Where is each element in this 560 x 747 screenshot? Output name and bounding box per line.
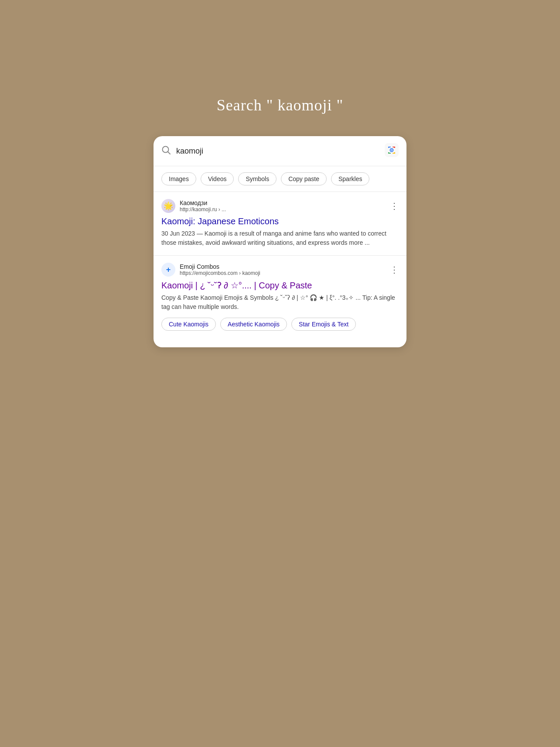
site-name-url-1: Каомодзи http://kaomoji.ru › ... bbox=[180, 199, 226, 212]
filter-chips: Images Videos Symbols Copy paste Sparkle… bbox=[154, 166, 406, 192]
chip-symbols[interactable]: Symbols bbox=[238, 172, 277, 185]
page-title: Search " kaomoji " bbox=[217, 96, 343, 114]
site-info-2: + Emoji Combos https://emojicombos.com ›… bbox=[161, 263, 260, 277]
chip-images[interactable]: Images bbox=[161, 172, 196, 185]
search-bar: kaomoji bbox=[154, 136, 406, 166]
chip-copy-paste[interactable]: Copy paste bbox=[281, 172, 327, 185]
result-title-1[interactable]: Kaomoji: Japanese Emoticons bbox=[161, 216, 399, 226]
favicon-icon-2: + bbox=[166, 265, 171, 274]
site-name-url-2: Emoji Combos https://emojicombos.com › k… bbox=[180, 263, 260, 276]
site-url-1: http://kaomoji.ru › ... bbox=[180, 206, 226, 212]
search-card: kaomoji Images Videos Symbols Copy pa bbox=[154, 136, 406, 347]
sub-link-star-emojis[interactable]: Star Emojis & Text bbox=[291, 318, 356, 331]
site-name-1: Каомодзи bbox=[180, 199, 226, 206]
favicon-2: + bbox=[161, 263, 175, 277]
site-name-2: Emoji Combos bbox=[180, 263, 260, 270]
search-icon bbox=[161, 145, 171, 157]
result-header-1: 🌟 Каомодзи http://kaomoji.ru › ... ⋮ bbox=[161, 199, 399, 213]
sub-link-cute[interactable]: Cute Kaomojis bbox=[161, 318, 216, 331]
result-item-2: + Emoji Combos https://emojicombos.com ›… bbox=[154, 256, 406, 339]
result-snippet-1: 30 Jun 2023 — Kaomoji is a result of man… bbox=[161, 229, 399, 247]
site-info-1: 🌟 Каомодзи http://kaomoji.ru › ... bbox=[161, 199, 226, 213]
result-title-2[interactable]: Kaomoji | ¿ ˘ᵕ˘ʔ ∂ ☆°.... | Copy & Paste bbox=[161, 280, 399, 291]
more-options-1[interactable]: ⋮ bbox=[390, 201, 399, 211]
svg-line-1 bbox=[168, 151, 171, 154]
sub-links-2: Cute Kaomojis Aesthetic Kaomojis Star Em… bbox=[161, 318, 399, 331]
svg-point-4 bbox=[391, 150, 393, 151]
search-input[interactable]: kaomoji bbox=[176, 147, 379, 156]
result-header-2: + Emoji Combos https://emojicombos.com ›… bbox=[161, 263, 399, 277]
sub-link-aesthetic[interactable]: Aesthetic Kaomojis bbox=[220, 318, 287, 331]
favicon-icon-1: 🌟 bbox=[164, 201, 173, 211]
result-item-1: 🌟 Каомодзи http://kaomoji.ru › ... ⋮ Kao… bbox=[154, 192, 406, 256]
google-lens-icon[interactable] bbox=[385, 143, 399, 159]
chip-videos[interactable]: Videos bbox=[201, 172, 234, 185]
result-snippet-2: Copy & Paste Kaomoji Emojis & Symbols ¿ … bbox=[161, 293, 399, 312]
chip-sparkles[interactable]: Sparkles bbox=[331, 172, 369, 185]
favicon-1: 🌟 bbox=[161, 199, 175, 213]
more-options-2[interactable]: ⋮ bbox=[390, 264, 399, 275]
site-url-2: https://emojicombos.com › kaomoji bbox=[180, 270, 260, 276]
